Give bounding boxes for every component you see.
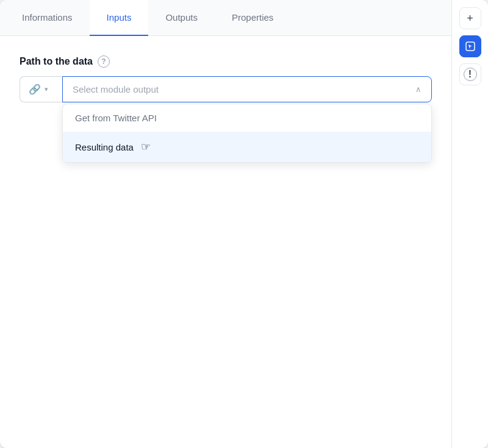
tab-inputs[interactable]: Inputs (90, 0, 149, 36)
path-to-data-label: Path to the data (20, 56, 93, 67)
tab-outputs[interactable]: Outputs (148, 0, 215, 36)
tab-bar: Informations Inputs Outputs Properties (0, 0, 488, 36)
tab-informations[interactable]: Informations (5, 0, 90, 36)
plus-icon: + (467, 12, 473, 25)
module-output-dropdown: Get from Twitter API Resulting data ☞ (62, 104, 432, 163)
dropdown-item-resulting-label: Resulting data (75, 142, 134, 152)
dropdown-item-twitter[interactable]: Get from Twitter API (63, 104, 431, 132)
dropdown-item-resulting[interactable]: Resulting data ☞ (63, 132, 431, 162)
cursor-tool-button[interactable] (459, 35, 481, 57)
add-button[interactable]: + (459, 7, 481, 29)
panel: Informations Inputs Outputs Properties P… (0, 0, 488, 448)
help-icon[interactable]: ? (98, 55, 110, 68)
cursor-hand-icon: ☞ (141, 140, 151, 154)
module-output-select[interactable]: Select module output ∧ (62, 76, 432, 102)
main-content: Path to the data ? 🔗 ▾ Select module out… (0, 36, 451, 448)
input-row: 🔗 ▾ Select module output ∧ Get from Twit… (20, 76, 432, 102)
select-placeholder: Select module output (73, 84, 159, 94)
sidebar-buttons: + ! (451, 0, 488, 448)
chain-icon: 🔗 (29, 84, 41, 95)
info-icon: ! (464, 68, 477, 81)
cursor-icon (465, 41, 476, 52)
field-label-row: Path to the data ? (20, 55, 432, 68)
chevron-up-icon: ∧ (415, 85, 422, 94)
type-chevron-icon: ▾ (45, 85, 48, 93)
tab-properties[interactable]: Properties (215, 0, 290, 36)
info-button[interactable]: ! (459, 63, 481, 85)
type-selector[interactable]: 🔗 ▾ (20, 76, 62, 102)
